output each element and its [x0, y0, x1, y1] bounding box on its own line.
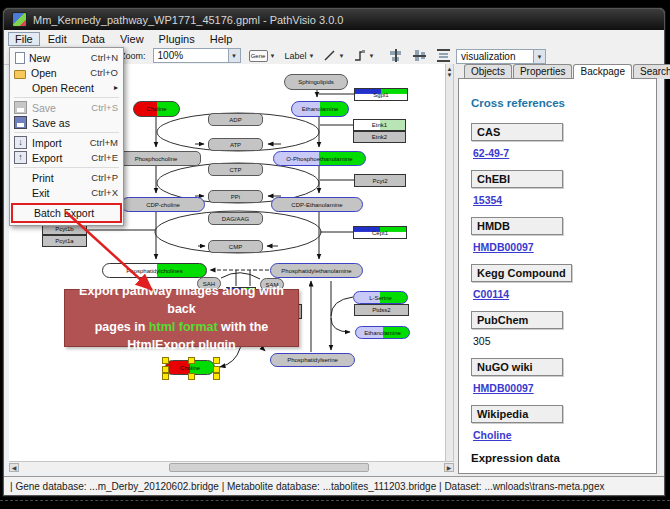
crossref-link[interactable]: 15354: [473, 194, 656, 206]
menu-item-label: Print: [32, 172, 87, 184]
node-etnk1[interactable]: Etnk1: [353, 119, 406, 131]
node-cept1[interactable]: Cept1: [353, 226, 407, 239]
canvas-splitter-scrollbar[interactable]: ▲ ▼: [445, 64, 454, 461]
tab-search[interactable]: Search: [633, 64, 670, 79]
node-label: Pcyt2: [372, 178, 387, 184]
file-menu-item-batch-export[interactable]: Batch Export: [11, 203, 122, 223]
collapse-right-icon[interactable]: ▼: [447, 72, 453, 78]
node-l-serine[interactable]: L-Serine: [353, 291, 408, 304]
menu-file[interactable]: File: [8, 32, 40, 46]
file-menu-item-save[interactable]: SaveCtrl+S: [11, 100, 122, 115]
tab-backpage[interactable]: Backpage: [573, 64, 631, 79]
toolbar-align-vertical-center-button[interactable]: [388, 49, 403, 62]
connector-tool-icon: [353, 49, 366, 62]
node-ptdss2[interactable]: Ptdss2: [354, 304, 409, 316]
chevron-down-icon[interactable]: ▼: [270, 53, 276, 59]
node-dag-aag[interactable]: DAG/AAG: [208, 212, 263, 225]
selection-handle[interactable]: [188, 373, 195, 380]
menu-data[interactable]: Data: [75, 32, 112, 46]
node-cmp[interactable]: CMP: [208, 240, 263, 253]
tab-objects[interactable]: Objects: [464, 64, 512, 79]
scroll-right-icon[interactable]: ▶: [444, 463, 454, 472]
label-icon: Label: [284, 51, 306, 61]
node-label: Phosphatidylethanolamine: [281, 268, 351, 274]
menu-item-label: Save as: [32, 117, 114, 129]
node-pcyt2[interactable]: Pcyt2: [354, 174, 406, 187]
chevron-down-icon[interactable]: ▼: [309, 53, 315, 59]
status-bar: | Gene database: ...m_Derby_20120602.bri…: [4, 476, 664, 495]
menu-plugins[interactable]: Plugins: [152, 32, 202, 46]
node-cdp-choline[interactable]: CDP-choline: [121, 197, 205, 212]
crossref-link[interactable]: HMDB00097: [473, 382, 656, 394]
connector-tool-button[interactable]: ▼: [352, 49, 375, 62]
selection-handle[interactable]: [162, 366, 169, 373]
title-bar[interactable]: Mm_Kennedy_pathway_WP1771_45176.gpml - P…: [4, 9, 664, 30]
node-adp[interactable]: ADP: [208, 113, 263, 126]
selection-handle[interactable]: [188, 357, 195, 364]
crossref-section: WikipediaCholine: [471, 405, 656, 441]
crossref-link[interactable]: HMDB00097: [473, 241, 656, 253]
crossref-source-title: PubChem: [471, 311, 563, 329]
scroll-left-icon[interactable]: ◀: [9, 463, 19, 472]
crossref-link[interactable]: C00114: [473, 288, 656, 300]
menu-help[interactable]: Help: [203, 32, 240, 46]
selection-handle[interactable]: [213, 373, 220, 380]
canvas-horizontal-scrollbar[interactable]: ◀ ▶: [9, 461, 454, 473]
app-icon: [12, 12, 27, 27]
toolbar-align-horizontal-center-button[interactable]: [412, 49, 427, 62]
menu-edit[interactable]: Edit: [41, 32, 74, 46]
node-phosphocholine[interactable]: Phosphocholine: [111, 151, 201, 166]
crossref-section: CAS62-49-7: [471, 123, 656, 159]
node-ppi[interactable]: PPi: [208, 190, 263, 203]
chevron-down-icon[interactable]: ▼: [368, 53, 374, 59]
file-menu-item-open[interactable]: OpenCtrl+O: [11, 65, 122, 80]
chevron-down-icon[interactable]: ▼: [228, 49, 240, 62]
file-menu-item-open-recent[interactable]: Open Recent▸: [11, 80, 122, 95]
node-choline[interactable]: Choline: [165, 360, 215, 375]
node-ethanolamine[interactable]: Ethanolamine: [291, 101, 349, 117]
crossref-link[interactable]: Choline: [473, 429, 656, 441]
node-ethanolamine[interactable]: Ethanolamine: [355, 326, 410, 339]
node-pcyt1a[interactable]: Pcyt1a: [42, 235, 87, 247]
zoom-combobox[interactable]: 100% ▼: [153, 48, 241, 63]
file-menu-item-new[interactable]: NewCtrl+N: [11, 50, 122, 65]
node-label: Phosphatidylcholines: [126, 268, 182, 274]
selection-handle[interactable]: [213, 366, 220, 373]
toolbar-distribute-vertical-button[interactable]: [436, 49, 451, 62]
node-cdp-ethanolamine[interactable]: CDP-Ethanolamine: [271, 197, 363, 212]
node-choline[interactable]: Choline: [133, 101, 180, 117]
file-menu-item-exit[interactable]: ExitCtrl+X: [11, 185, 122, 200]
chevron-down-icon[interactable]: ▼: [338, 53, 344, 59]
node-o-phosphoethanolamine[interactable]: O-Phosphoethanolamine: [273, 151, 366, 166]
file-menu-item-import[interactable]: ImportCtrl+M: [11, 135, 122, 150]
selection-handle[interactable]: [162, 357, 169, 364]
menu-item-label: Open: [31, 67, 86, 79]
node-phosphatidylserine[interactable]: Phosphatidylserine: [270, 353, 355, 367]
selection-handle[interactable]: [213, 357, 220, 364]
node-sphingolipids[interactable]: Sphingolipids: [284, 74, 348, 90]
side-panel: ObjectsPropertiesBackpageSearchLegend Cr…: [454, 64, 660, 476]
node-phosphatidylcholines[interactable]: Phosphatidylcholines: [102, 263, 207, 278]
scrollbar-thumb[interactable]: [169, 463, 369, 472]
annotation-highlight: html format: [149, 320, 218, 334]
node-atp[interactable]: ATP: [208, 138, 263, 151]
file-menu-item-save-as[interactable]: Save as: [11, 115, 122, 130]
line-tool-button[interactable]: ▼: [322, 49, 345, 62]
add-gene-button[interactable]: Gene ▼: [248, 50, 277, 62]
node-etnk2[interactable]: Etnk2: [353, 131, 406, 143]
selection-handle[interactable]: [162, 373, 169, 380]
file-menu-item-print[interactable]: PrintCtrl+P: [11, 170, 122, 185]
menu-view[interactable]: View: [113, 32, 151, 46]
node-phosphatidylethanolamine[interactable]: Phosphatidylethanolamine: [270, 263, 363, 278]
node-label: O-Phosphoethanolamine: [286, 156, 352, 162]
add-label-button[interactable]: Label ▼: [283, 51, 315, 61]
node-label: Etnk2: [372, 134, 387, 140]
crossref-link[interactable]: 62-49-7: [473, 147, 656, 159]
node-sgpl1[interactable]: Sgpl1: [354, 88, 408, 101]
chevron-down-icon[interactable]: ▼: [533, 50, 545, 63]
node-ctp[interactable]: CTP: [208, 163, 263, 176]
visualization-combobox[interactable]: visualization ▼: [456, 49, 546, 64]
tab-properties[interactable]: Properties: [513, 64, 573, 79]
file-menu-item-export[interactable]: ExportCtrl+E: [11, 150, 122, 165]
crossref-section: Kegg CompoundC00114: [471, 264, 656, 300]
